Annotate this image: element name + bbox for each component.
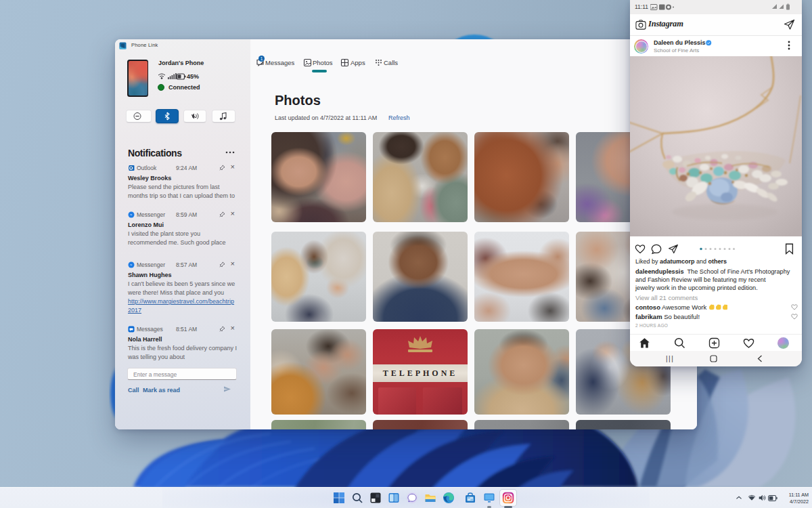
svg-text:45%: 45% bbox=[187, 73, 199, 80]
